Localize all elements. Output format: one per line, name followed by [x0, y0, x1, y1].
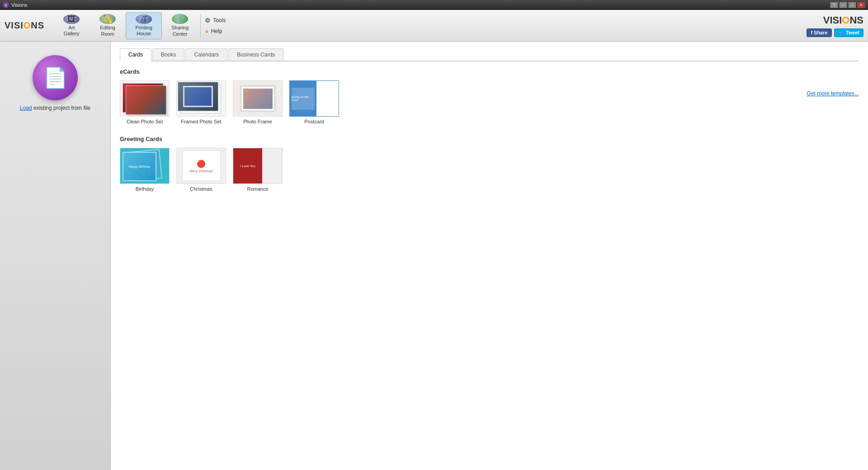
editing-room-label: EditingRoom: [100, 25, 115, 37]
app-icon: V: [3, 2, 9, 8]
fb-icon: f: [811, 30, 812, 35]
help-button[interactable]: ● Help: [203, 27, 227, 36]
toolbar: VISIONS 🖼 ArtGallery ✏️ EditingRoom 🖨 Pr…: [0, 10, 868, 42]
question-btn[interactable]: ?: [830, 2, 838, 8]
greeting-cards-section-header: Greeting Cards: [120, 136, 859, 142]
editing-room-button[interactable]: ✏️ EditingRoom: [90, 12, 126, 39]
sharing-center-label: SharingCenter: [171, 25, 189, 37]
tools-button[interactable]: ⚙ Tools: [203, 16, 227, 25]
framed-photo-set-thumb: [176, 80, 226, 117]
close-btn[interactable]: ✕: [857, 2, 865, 8]
postcard-thumb: A Day at the Pool: [289, 80, 339, 117]
photo-frame-label: Photo Frame: [243, 119, 272, 124]
template-postcard[interactable]: A Day at the Pool Postcard: [289, 80, 339, 124]
toolbar-separator: [200, 14, 201, 37]
get-more-templates-link[interactable]: Get more templates...: [807, 90, 859, 97]
title-text: Visions: [11, 2, 830, 8]
restore-btn[interactable]: □: [848, 2, 856, 8]
greeting-cards-grid: Happy Birthday Birthday 🔴 Merry Christma…: [120, 148, 859, 192]
ecards-section-header: eCards: [120, 68, 859, 75]
help-label: Help: [211, 28, 222, 34]
photo-frame-thumb: [233, 80, 283, 117]
framed-photo-set-label: Framed Photo Set: [181, 119, 221, 124]
tab-calendars[interactable]: Calendars: [185, 48, 227, 61]
content-area: Get more templates... Cards Books Calend…: [111, 42, 868, 470]
christmas-thumb: 🔴 Merry Christmas: [176, 148, 226, 184]
help-icon: ●: [205, 28, 208, 35]
tweet-label: Tweet: [846, 30, 859, 35]
clean-photo-set-label: Clean Photo Set: [127, 119, 163, 124]
printing-house-label: PrintingHouse: [136, 25, 152, 37]
tabs-bar: Cards Books Calendars Business Cards: [120, 48, 859, 61]
romance-label: Romance: [247, 186, 268, 192]
share-label: Share: [814, 30, 828, 35]
clean-photo-set-thumb: [120, 80, 170, 117]
tweet-button[interactable]: 🐦 Tweet: [834, 28, 863, 37]
printing-house-button[interactable]: 🖨 PrintingHouse: [126, 12, 162, 39]
template-christmas[interactable]: 🔴 Merry Christmas Christmas: [176, 148, 226, 192]
christmas-label: Christmas: [190, 186, 212, 192]
tools-icon: ⚙: [205, 17, 211, 24]
template-clean-photo-set[interactable]: Clean Photo Set: [120, 80, 170, 124]
tools-label: Tools: [213, 17, 226, 24]
share-button[interactable]: f Share: [807, 28, 831, 37]
main-layout: 📄 Load existing project from file Get mo…: [0, 42, 868, 470]
load-project-icon[interactable]: 📄: [33, 55, 78, 100]
load-text: Load existing project from file: [20, 105, 90, 111]
template-photo-frame[interactable]: Photo Frame: [233, 80, 283, 124]
document-star-icon: 📄: [43, 66, 68, 89]
ecards-grid: Clean Photo Set Framed Photo Set: [120, 80, 859, 124]
load-project-area: 📄 Load existing project from file: [20, 55, 90, 111]
template-birthday[interactable]: Happy Birthday Birthday: [120, 148, 170, 192]
load-link[interactable]: Load: [20, 105, 32, 111]
logo: VISIONS: [5, 20, 44, 31]
logo-text: VISIONS: [823, 14, 863, 26]
tab-business-cards[interactable]: Business Cards: [228, 48, 283, 61]
art-gallery-button[interactable]: 🖼 ArtGallery: [53, 12, 90, 39]
minimize-btn[interactable]: −: [839, 2, 847, 8]
template-framed-photo-set[interactable]: Framed Photo Set: [176, 80, 226, 124]
tw-icon: 🐦: [838, 30, 844, 36]
birthday-label: Birthday: [136, 186, 154, 192]
art-gallery-label: ArtGallery: [64, 25, 80, 37]
romance-thumb: I Love You: [233, 148, 283, 184]
sidebar: 📄 Load existing project from file: [0, 42, 111, 470]
birthday-thumb: Happy Birthday: [120, 148, 170, 184]
sharing-center-button[interactable]: 🔗 SharingCenter: [162, 12, 198, 39]
title-bar: V Visions ? − □ ✕: [0, 0, 868, 10]
postcard-label: Postcard: [304, 119, 324, 124]
window-controls: ? − □ ✕: [830, 2, 865, 8]
template-romance[interactable]: I Love You Romance: [233, 148, 283, 192]
tab-books[interactable]: Books: [152, 48, 184, 61]
tab-cards[interactable]: Cards: [120, 48, 151, 61]
